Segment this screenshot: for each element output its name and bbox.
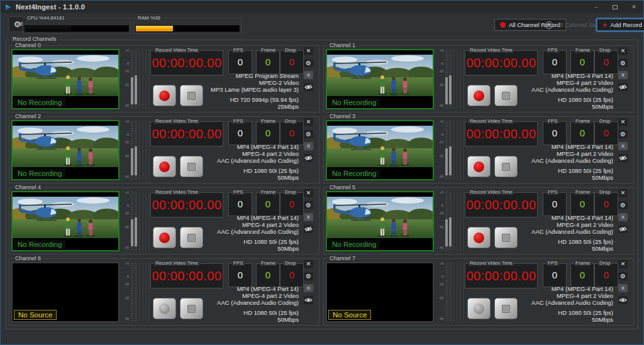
record-button[interactable]	[153, 227, 176, 248]
x-key-button[interactable]: X	[618, 71, 628, 79]
stop-button[interactable]	[494, 156, 518, 177]
channel-settings-button[interactable]: ⚙	[304, 201, 313, 209]
drop-label: Drop	[284, 260, 297, 266]
eye-preview-button[interactable]	[618, 225, 628, 233]
x-key-button[interactable]: X	[304, 213, 313, 221]
close-channel-button[interactable]: ✕	[304, 189, 313, 197]
record-button[interactable]	[467, 227, 491, 248]
channel-icon-column: ✕ ⚙ X	[618, 189, 628, 237]
channel-panel: Channel 6	[9, 258, 319, 326]
x-key-button[interactable]: X	[618, 213, 628, 221]
close-button[interactable]: ✕	[625, 1, 643, 13]
minimize-button[interactable]: –	[587, 1, 606, 13]
channel-title: Channel 1	[328, 42, 357, 48]
fps-value: 0	[543, 122, 566, 144]
drop-value: 0	[595, 264, 618, 286]
frame-value: 0	[571, 51, 594, 73]
format-audio-codec: MP3 Lame (MPEG audio layer 3)	[211, 86, 299, 93]
record-time-label: Record Video Time	[469, 260, 514, 266]
frame-value: 0	[257, 264, 279, 286]
add-record-channel-button[interactable]: + Add Record Channel	[597, 19, 644, 31]
close-channel-button[interactable]: ✕	[618, 260, 628, 268]
frame-value: 0	[571, 264, 594, 286]
eye-preview-button[interactable]	[304, 154, 313, 162]
format-bitrate: 50Mbps	[217, 316, 299, 323]
stop-button[interactable]	[494, 227, 518, 248]
record-button[interactable]	[467, 298, 491, 319]
x-key-button[interactable]: X	[304, 71, 313, 79]
channel-settings-button[interactable]: ⚙	[618, 272, 628, 280]
channel-settings-button[interactable]: ⚙	[304, 130, 313, 138]
window-controls: – ✕	[587, 1, 643, 13]
record-button[interactable]	[467, 85, 491, 106]
drop-box: Drop 0	[594, 263, 618, 287]
stop-button[interactable]	[180, 85, 203, 106]
audio-meters: +0-6-10-20-40	[123, 120, 152, 180]
status-badge: No Recording	[14, 98, 65, 107]
drop-box: Drop 0	[594, 50, 618, 74]
format-video-codec: MPEG-4 part 2 Video	[531, 150, 613, 157]
fps-box: FPS 0	[543, 263, 567, 287]
x-key-button[interactable]: X	[618, 142, 628, 150]
channel-settings-button[interactable]: ⚙	[304, 59, 313, 67]
frame-label: Frame	[574, 260, 591, 266]
channel-settings-button[interactable]: ⚙	[618, 59, 628, 67]
channel-title: Channel 3	[328, 113, 357, 119]
eye-preview-button[interactable]	[304, 83, 313, 91]
status-badge: No Recording	[328, 98, 380, 107]
audio-meter-bar	[445, 121, 448, 180]
ram-progress-bar	[135, 25, 240, 32]
stop-button[interactable]	[180, 298, 203, 319]
close-channel-button[interactable]: ✕	[618, 118, 628, 126]
maximize-button[interactable]	[606, 1, 625, 13]
format-audio-codec: AAC (Advanced Audio Coding)	[217, 157, 299, 164]
meter-stripes	[139, 50, 152, 109]
audio-meter-bar	[449, 50, 452, 109]
channel-title: Channel 0	[13, 42, 43, 48]
meter-scale-tick: -10	[125, 141, 129, 144]
eye-preview-button[interactable]	[618, 154, 628, 162]
fps-value: 0	[229, 193, 252, 215]
title-bar[interactable]: Next4Ingest - 1.1.0.0 – ✕	[1, 1, 643, 13]
drop-value: 0	[595, 193, 618, 215]
record-button[interactable]	[153, 156, 176, 177]
meter-scale: +0-6-10-20-40	[123, 191, 130, 251]
record-button[interactable]	[153, 298, 176, 319]
stop-button[interactable]	[180, 156, 203, 177]
frame-box: Frame 0	[256, 121, 280, 145]
stop-circle-icon	[545, 21, 553, 29]
eye-preview-button[interactable]	[618, 296, 628, 304]
channel-settings-button[interactable]: ⚙	[618, 130, 628, 138]
close-channel-button[interactable]: ✕	[304, 260, 313, 268]
format-video-codec: MPEG-4 part 2 Video	[217, 150, 299, 157]
x-key-button[interactable]: X	[304, 142, 313, 150]
record-time-value: 00:00:00.00	[465, 51, 537, 75]
channel-settings-button[interactable]: ⚙	[618, 201, 628, 209]
close-channel-button[interactable]: ✕	[618, 189, 628, 197]
close-channel-button[interactable]: ✕	[304, 118, 313, 126]
format-resolution: HD 1080 50i (25 fps)	[217, 238, 299, 245]
stop-button[interactable]	[180, 227, 203, 248]
x-key-button[interactable]: X	[304, 284, 313, 292]
channel-panel: Channel 1	[323, 45, 634, 112]
close-channel-button[interactable]: ✕	[304, 47, 313, 55]
format-container: MP4 (MPEG-4 Part 14)	[531, 214, 613, 221]
close-channel-button[interactable]: ✕	[618, 47, 628, 55]
channel-settings-button[interactable]: ⚙	[304, 272, 313, 280]
eye-preview-button[interactable]	[304, 296, 313, 304]
eye-preview-button[interactable]	[618, 83, 628, 91]
drop-label: Drop	[284, 118, 297, 124]
meter-scale-tick: -40	[439, 175, 443, 178]
record-button[interactable]	[467, 156, 491, 177]
x-key-button[interactable]: X	[618, 284, 628, 292]
format-audio-codec: AAC (Advanced Audio Coding)	[217, 228, 299, 235]
stop-button[interactable]	[494, 298, 518, 319]
record-button[interactable]	[153, 85, 176, 106]
format-resolution: HD 1080 50i (25 fps)	[217, 309, 299, 316]
stop-button[interactable]	[494, 85, 518, 106]
audio-meters: +0-6-10-20-40	[123, 262, 152, 322]
all-channel-stop-button[interactable]: All Cahnnel Stop	[545, 19, 601, 31]
eye-preview-button[interactable]	[304, 225, 313, 233]
record-time-label: Record Video Time	[154, 118, 199, 124]
format-video-codec: MPEG-4 part 2 Video	[531, 221, 613, 228]
